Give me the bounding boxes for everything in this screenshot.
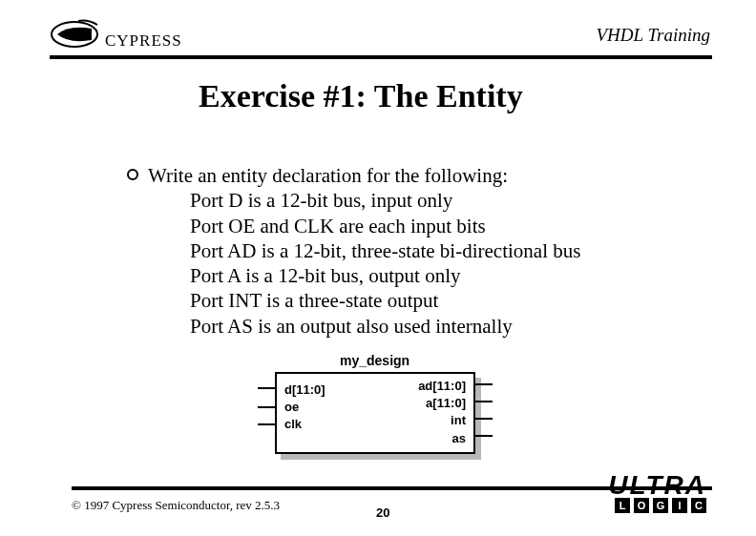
header-rule — [50, 55, 712, 59]
bullet-text: Write an entity declaration for the foll… — [148, 163, 508, 188]
left-ports: d[11:0] oe clk — [284, 381, 326, 434]
pin-icon — [258, 387, 277, 389]
page-number: 20 — [376, 505, 389, 520]
logo-box: O — [634, 498, 649, 513]
logo-box: G — [653, 498, 668, 513]
sub-item: Port D is a 12-bit bus, input only — [190, 188, 580, 213]
logo-box: L — [615, 498, 630, 513]
port-label: a[11:0] — [418, 395, 466, 412]
ultra-brand: ULTRA — [544, 475, 706, 496]
sub-item: Port OE and CLK are each input bits — [190, 214, 580, 238]
logo-box: C — [691, 498, 706, 513]
sub-item: Port AD is a 12-bit, three-state bi-dire… — [190, 238, 580, 263]
ultra-boxes-row: L O G I C — [544, 498, 706, 513]
port-label: ad[11:0] — [418, 378, 466, 395]
sub-item: Port INT is a three-state output — [190, 288, 580, 313]
right-ports: ad[11:0] a[11:0] int as — [418, 378, 466, 447]
copyright: © 1997 Cypress Semiconductor, rev 2.5.3 — [72, 498, 280, 513]
company-name: CYPRESS — [105, 31, 182, 51]
port-label: int — [418, 412, 466, 429]
sub-item: Port AS is an output also used internall… — [190, 314, 580, 339]
entity-diagram: d[11:0] oe clk ad[11:0] a[11:0] int as — [275, 372, 483, 462]
pin-icon — [473, 383, 493, 385]
pin-icon — [473, 435, 493, 437]
bullet-item: Write an entity declaration for the foll… — [127, 163, 580, 188]
slide-title: Exercise #1: The Entity — [199, 78, 523, 114]
bullet-icon — [127, 169, 138, 180]
header-topic: VHDL Training — [597, 25, 711, 46]
port-label: clk — [284, 416, 326, 433]
port-label: oe — [284, 399, 326, 416]
port-label: d[11:0] — [284, 381, 326, 399]
diagram-name: my_design — [340, 353, 410, 368]
content-block: Write an entity declaration for the foll… — [127, 163, 580, 339]
logo-box: I — [672, 498, 687, 513]
diagram-box: d[11:0] oe clk ad[11:0] a[11:0] int as — [275, 372, 475, 454]
pin-icon — [258, 423, 277, 425]
ultra-logo: ULTRA L O G I C — [544, 475, 706, 517]
sub-items-list: Port D is a 12-bit bus, input only Port … — [190, 188, 580, 339]
slide-header: CYPRESS VHDL Training — [50, 15, 712, 59]
pin-icon — [473, 401, 493, 402]
pin-icon — [473, 418, 493, 420]
port-label: as — [418, 430, 466, 447]
sub-item: Port A is a 12-bit bus, output only — [190, 263, 580, 288]
pin-icon — [258, 406, 277, 408]
cypress-logo-icon — [50, 15, 101, 52]
